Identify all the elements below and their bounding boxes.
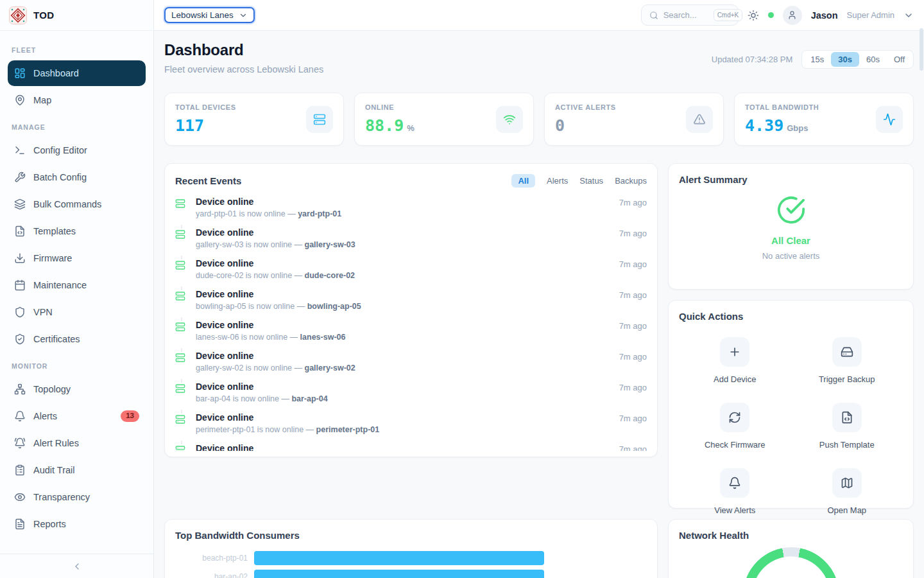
quick-actions-card: Quick Actions Add DeviceTrigger BackupCh… (668, 300, 914, 509)
bell-icon (14, 410, 26, 422)
server-icon (175, 259, 185, 286)
event-row[interactable]: Device onlinedude-core-02 is now online … (175, 256, 647, 286)
sidebar-nav: FLEETDashboardMapMANAGEConfig EditorBatc… (0, 31, 153, 554)
stat-card-active-alerts: ACTIVE ALERTS0 (544, 92, 724, 146)
stats-row: TOTAL DEVICES117ONLINE88.9%ACTIVE ALERTS… (164, 92, 914, 146)
alert-note-text: No active alerts (679, 251, 903, 261)
stat-unit: Gbps (787, 123, 808, 133)
quick-action-view-alerts[interactable]: View Alerts (714, 468, 755, 515)
quick-action-add-device[interactable]: Add Device (714, 337, 756, 384)
plus-icon (720, 337, 749, 367)
topbar: Lebowski Lanes Cmd+K Jason Super Admin (154, 0, 924, 31)
server-icon (175, 229, 185, 256)
event-row[interactable]: Device onlinegallery-sw-02 is now online… (175, 348, 647, 379)
clipboard-list-icon (14, 464, 26, 476)
server-icon (175, 383, 185, 410)
event-row[interactable]: Device onlinegallery-sw-03 is now online… (175, 225, 647, 256)
sidebar-item-transparency[interactable]: Transparency (8, 484, 146, 510)
events-tab-status[interactable]: Status (579, 176, 603, 186)
eye-icon (14, 491, 26, 503)
brand-logo-rug-icon (9, 6, 27, 24)
stat-value: 4.39 (745, 116, 783, 135)
refresh-option-60s[interactable]: 60s (859, 52, 887, 67)
sidebar-item-alert-rules[interactable]: Alert Rules (8, 430, 146, 456)
refresh-icon (720, 403, 749, 432)
event-row[interactable]: Device onlinebar-ap-04 is now online — b… (175, 379, 647, 410)
sidebar-item-dashboard[interactable]: Dashboard (8, 60, 146, 86)
events-filter-tabs: AllAlertsStatusBackups (511, 174, 647, 188)
sidebar-item-audit-trail[interactable]: Audit Trail (8, 457, 146, 483)
shield-check-icon (14, 333, 26, 345)
bandwidth-row: beach-ptp-01 (175, 551, 647, 565)
server-icon (175, 321, 185, 348)
sidebar-item-alerts[interactable]: Alerts13 (8, 403, 146, 429)
stat-card-online: ONLINE88.9% (354, 92, 534, 146)
sidebar-item-vpn[interactable]: VPN (8, 299, 146, 325)
theme-toggle-sun-icon[interactable] (748, 10, 759, 21)
refresh-option-off[interactable]: Off (887, 52, 912, 67)
event-row[interactable]: Device online7m ago (175, 441, 647, 451)
events-tab-all[interactable]: All (511, 174, 535, 188)
refresh-option-30s[interactable]: 30s (831, 52, 859, 67)
alert-status-text: All Clear (679, 235, 903, 246)
quick-action-check-firmware[interactable]: Check Firmware (705, 403, 766, 450)
brand-name: TOD (33, 10, 54, 21)
alert-summary-title: Alert Summary (679, 174, 903, 185)
sidebar-header: TOD (0, 0, 153, 31)
server-icon (175, 198, 185, 225)
sidebar-item-templates[interactable]: Templates (8, 218, 146, 244)
bandwidth-bar (254, 551, 544, 565)
sidebar-item-reports[interactable]: Reports (8, 511, 146, 537)
file-code-icon (14, 225, 26, 237)
fleet-selector[interactable]: Lebowski Lanes (164, 7, 255, 23)
user-name: Jason (811, 10, 838, 21)
updated-timestamp: Updated 07:34:28 PM (712, 55, 792, 64)
bell-icon (720, 468, 749, 498)
quick-action-trigger-backup[interactable]: Trigger Backup (819, 337, 875, 384)
terminal-icon (14, 144, 26, 156)
sidebar-item-map[interactable]: Map (8, 87, 146, 113)
user-menu-chevron-down-icon[interactable] (903, 10, 914, 21)
map-pin-icon (14, 94, 26, 106)
sidebar-item-batch-config[interactable]: Batch Config (8, 164, 146, 190)
avatar[interactable] (783, 6, 802, 25)
stat-value: 88.9 (365, 116, 404, 135)
shield-icon (14, 306, 26, 318)
sidebar-section-label: FLEET (8, 37, 146, 59)
chevron-down-icon (239, 11, 248, 20)
quick-action-open-map[interactable]: Open Map (827, 468, 866, 515)
global-search[interactable]: Cmd+K (641, 4, 739, 26)
quick-action-push-template[interactable]: Push Template (819, 403, 875, 450)
gauge-value: 89 (743, 547, 839, 578)
server-icon (175, 352, 185, 379)
sidebar-collapse-button[interactable] (0, 554, 153, 578)
sidebar-item-topology[interactable]: Topology (8, 376, 146, 402)
stat-value: 0 (555, 116, 565, 135)
calendar-icon (14, 279, 26, 291)
event-row[interactable]: Device onlinebowling-ap-05 is now online… (175, 286, 647, 317)
sidebar-item-bulk-commands[interactable]: Bulk Commands (8, 191, 146, 217)
sidebar-item-maintenance[interactable]: Maintenance (8, 272, 146, 298)
events-tab-alerts[interactable]: Alerts (547, 176, 568, 186)
alerts-count-badge: 13 (121, 410, 139, 422)
activity-icon (876, 106, 903, 133)
refresh-option-15s[interactable]: 15s (803, 52, 831, 67)
events-tab-backups[interactable]: Backups (615, 176, 647, 186)
search-input[interactable] (663, 10, 708, 20)
alert-summary-card: Alert Summary All Clear No active alerts (668, 163, 914, 290)
server-icon (175, 414, 185, 441)
event-row[interactable]: Device onlineyard-ptp-01 is now online —… (175, 194, 647, 225)
wrench-icon (14, 171, 26, 183)
stat-card-total-bandwidth: TOTAL BANDWIDTH4.39Gbps (734, 92, 914, 146)
layout-dashboard-icon (14, 67, 26, 79)
stat-unit: % (407, 123, 415, 133)
recent-events-title: Recent Events (175, 175, 241, 186)
event-row[interactable]: Device onlinelanes-sw-06 is now online —… (175, 317, 647, 348)
sidebar-item-certificates[interactable]: Certificates (8, 326, 146, 352)
bandwidth-bar (254, 570, 544, 578)
sidebar-item-firmware[interactable]: Firmware (8, 245, 146, 271)
sidebar-section-label: MANAGE (8, 114, 146, 136)
sidebar-item-config-editor[interactable]: Config Editor (8, 137, 146, 163)
event-row[interactable]: Device onlineperimeter-ptp-01 is now onl… (175, 410, 647, 441)
server-icon (306, 106, 333, 133)
